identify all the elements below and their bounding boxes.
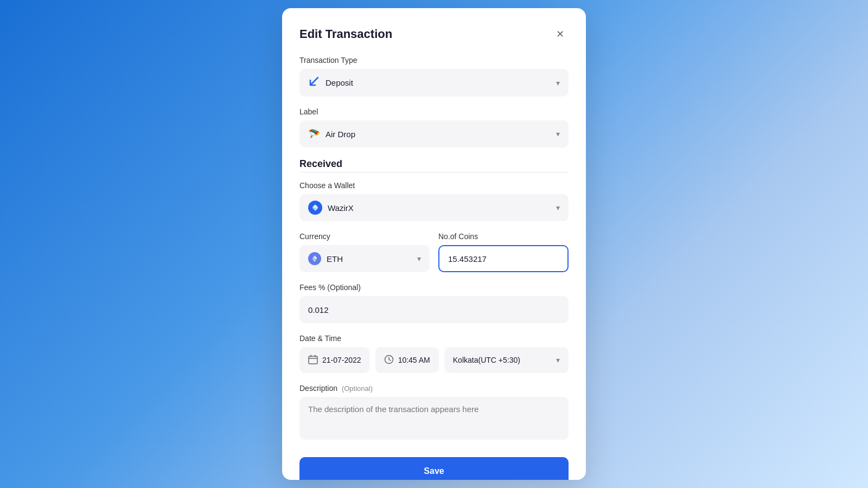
transaction-type-group: Transaction Type Deposit ▾ [299,56,569,97]
description-textarea[interactable] [299,397,569,440]
currency-chevron: ▾ [417,254,421,263]
wallet-select[interactable]: WazirX ▾ [299,194,569,221]
modal-header: Edit Transaction ✕ [299,25,569,43]
label-field-label: Label [299,107,569,116]
save-label: Save [424,466,444,476]
currency-label: Currency [299,232,430,241]
clock-icon [384,355,394,366]
close-icon: ✕ [556,28,564,40]
currency-select[interactable]: ETH ▾ [299,245,430,272]
currency-left: ETH [308,252,343,265]
eth-icon [308,252,321,265]
save-button[interactable]: Save [299,457,569,480]
label-select[interactable]: 🪂 Air Drop ▾ [299,120,569,147]
coins-input[interactable] [438,245,569,272]
section-divider [299,172,569,172]
received-section-header: Received [299,158,569,172]
transaction-type-value: Deposit [326,78,353,87]
timezone-chevron: ▾ [556,356,560,364]
fees-input[interactable] [299,296,569,323]
modal-overlay: Edit Transaction ✕ Transaction Type Depo… [0,0,868,488]
modal-title: Edit Transaction [299,27,392,41]
label-group: Label 🪂 Air Drop ▾ [299,107,569,147]
timezone-value: Kolkata(UTC +5:30) [453,356,520,364]
date-button[interactable]: 21-07-2022 [299,347,370,373]
coins-label: No.of Coins [438,232,569,241]
time-button[interactable]: 10:45 AM [375,347,439,373]
currency-group: Currency ETH ▾ [299,232,430,272]
currency-value: ETH [327,254,343,264]
close-button[interactable]: ✕ [551,25,569,43]
timezone-select[interactable]: Kolkata(UTC +5:30) ▾ [444,347,569,373]
transaction-type-label: Transaction Type [299,56,569,65]
label-chevron: ▾ [556,130,560,138]
received-title: Received [299,158,569,170]
airdrop-emoji-icon: 🪂 [308,128,320,140]
datetime-group: Date & Time 21-07-2022 [299,334,569,373]
fees-group: Fees % (Optional) [299,283,569,323]
edit-transaction-modal: Edit Transaction ✕ Transaction Type Depo… [282,8,586,480]
time-value: 10:45 AM [398,356,430,364]
datetime-label: Date & Time [299,334,569,343]
wallet-group: Choose a Wallet WazirX ▾ [299,181,569,221]
calendar-icon [308,355,318,366]
wallet-label: Choose a Wallet [299,181,569,190]
date-value: 21-07-2022 [322,356,361,364]
fees-label: Fees % (Optional) [299,283,569,292]
wallet-value: WazirX [328,203,354,213]
transaction-type-select[interactable]: Deposit ▾ [299,69,569,97]
currency-coins-group: Currency ETH ▾ [299,232,569,272]
description-group: Description (Optional) [299,384,569,442]
label-left: 🪂 Air Drop [308,128,355,140]
transaction-type-left: Deposit [308,75,353,90]
svg-rect-0 [309,356,317,364]
datetime-row: 21-07-2022 10:45 AM Kolkata(UTC +5:30) ▾ [299,347,569,373]
coins-group: No.of Coins [438,232,569,272]
deposit-icon [308,75,320,90]
wallet-chevron: ▾ [556,203,560,212]
label-value: Air Drop [326,130,355,139]
description-label: Description (Optional) [299,384,569,393]
wazirx-icon [308,201,322,215]
transaction-type-chevron: ▾ [556,79,560,87]
wallet-left: WazirX [308,201,354,215]
